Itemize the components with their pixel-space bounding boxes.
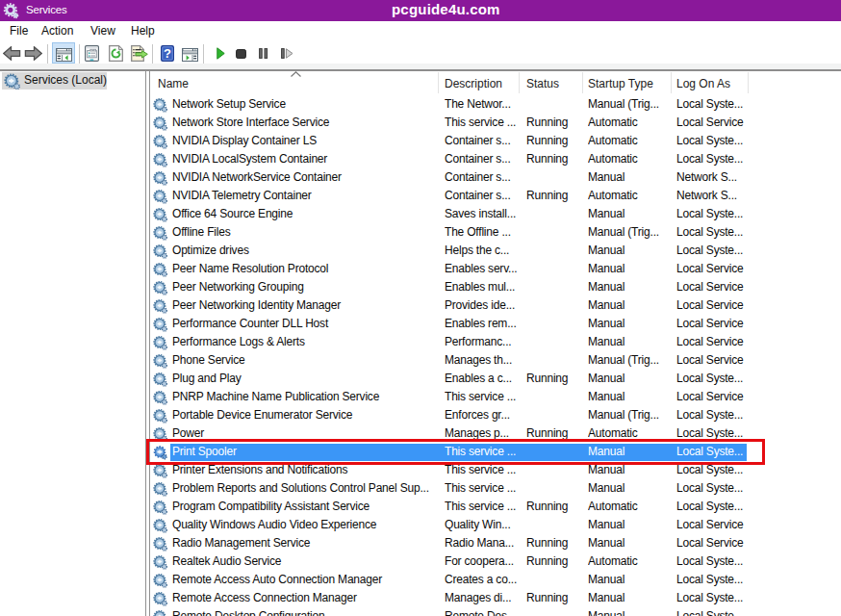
svg-text:?: ?	[164, 46, 171, 61]
